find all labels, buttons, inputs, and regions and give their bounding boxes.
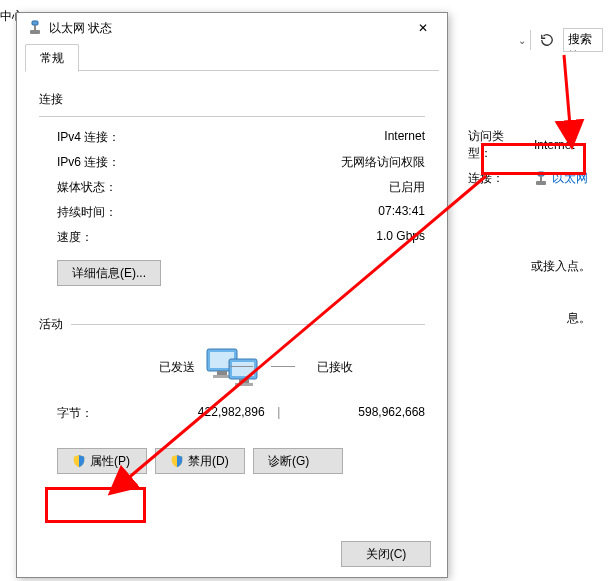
shield-icon (72, 454, 86, 468)
diagnose-button[interactable]: 诊断(G) (253, 448, 343, 474)
bg-text-fragment: 息。 (567, 310, 591, 327)
bytes-sent-value: 422,982,896 (132, 405, 264, 422)
connection-link[interactable]: 以太网 (534, 170, 588, 187)
sent-label: 已发送 (159, 359, 195, 376)
access-type-label: 访问类型： (468, 128, 524, 162)
svg-rect-7 (213, 375, 231, 378)
speed-value: 1.0 Gbps (376, 229, 425, 246)
connection-label: 连接： (468, 170, 524, 187)
activity-visual: 已发送 —— —— 已接收 (39, 347, 425, 391)
svg-rect-6 (217, 371, 227, 375)
svg-rect-3 (30, 30, 40, 34)
divider (71, 324, 425, 325)
dialog-title: 以太网 状态 (49, 20, 403, 37)
refresh-icon (540, 33, 554, 47)
search-placeholder: 搜索控 (568, 32, 592, 52)
ethernet-status-dialog: 以太网 状态 ✕ 常规 连接 IPv4 连接： Internet IPv6 连接… (16, 12, 448, 578)
received-label: 已接收 (317, 359, 353, 376)
properties-button[interactable]: 属性(P) (57, 448, 147, 474)
media-value: 已启用 (389, 179, 425, 196)
tab-strip: 常规 (25, 43, 439, 71)
bytes-row: 字节： 422,982,896 | 598,962,668 (39, 401, 425, 426)
details-button[interactable]: 详细信息(E)... (57, 260, 161, 286)
section-activity-title: 活动 (39, 316, 63, 333)
refresh-button[interactable] (535, 28, 559, 52)
close-dialog-button[interactable]: 关闭(C) (341, 541, 431, 567)
background-window: ⌄ 搜索控 访问类型： Internet 连接： 以太网 或接入点。 息。 (451, 0, 611, 581)
bg-text-fragment: 或接入点。 (531, 258, 591, 275)
divider (39, 116, 425, 117)
separator (530, 30, 531, 50)
duration-value: 07:43:41 (378, 204, 425, 221)
svg-rect-2 (32, 21, 38, 25)
network-info-block: 访问类型： Internet 连接： 以太网 (468, 128, 603, 195)
close-button[interactable]: ✕ (403, 13, 443, 43)
row-ipv4: IPv4 连接： Internet (39, 125, 425, 150)
row-media: 媒体状态： 已启用 (39, 175, 425, 200)
ipv6-value: 无网络访问权限 (341, 154, 425, 171)
titlebar[interactable]: 以太网 状态 ✕ (17, 13, 447, 43)
duration-label: 持续时间： (57, 204, 117, 221)
disable-button[interactable]: 禁用(D) (155, 448, 245, 474)
ethernet-icon (27, 20, 43, 36)
bytes-label: 字节： (57, 405, 132, 422)
ipv6-label: IPv6 连接： (57, 154, 120, 171)
row-ipv6: IPv6 连接： 无网络访问权限 (39, 150, 425, 175)
media-label: 媒体状态： (57, 179, 117, 196)
dropdown-caret-icon[interactable]: ⌄ (518, 35, 526, 46)
bytes-separator: | (265, 405, 293, 422)
connection-link-text: 以太网 (552, 170, 588, 187)
ipv4-label: IPv4 连接： (57, 129, 120, 146)
row-duration: 持续时间： 07:43:41 (39, 200, 425, 225)
separator-dash: —— (271, 359, 295, 373)
section-connection-title: 连接 (39, 91, 425, 108)
ethernet-icon (534, 171, 548, 187)
svg-rect-10 (239, 379, 249, 383)
bytes-recv-value: 598,962,668 (293, 405, 425, 422)
separator-dash: —— (229, 359, 253, 373)
svg-rect-11 (235, 383, 253, 386)
close-icon: ✕ (418, 21, 428, 35)
ipv4-value: Internet (384, 129, 425, 146)
access-type-value: Internet (534, 138, 575, 152)
svg-rect-0 (538, 172, 544, 176)
tab-general[interactable]: 常规 (25, 44, 79, 72)
shield-icon (170, 454, 184, 468)
row-speed: 速度： 1.0 Gbps (39, 225, 425, 250)
svg-rect-1 (536, 181, 546, 185)
search-input[interactable]: 搜索控 (563, 28, 603, 52)
speed-label: 速度： (57, 229, 93, 246)
